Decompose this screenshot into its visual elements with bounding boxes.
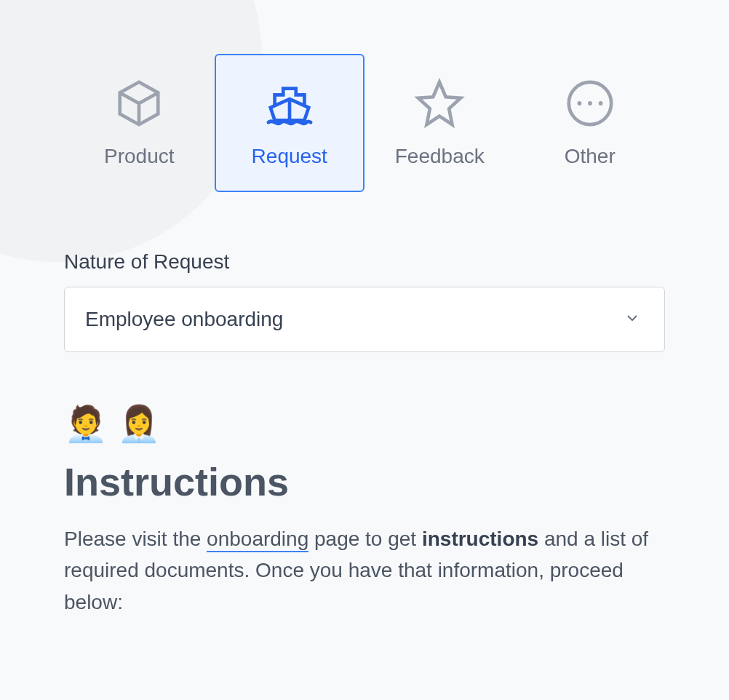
nature-of-request-select[interactable]: Employee onboarding	[64, 287, 665, 352]
instructions-text-prefix: Please visit the	[64, 528, 207, 550]
instructions-text-strong: instructions	[422, 528, 538, 550]
svg-point-3	[598, 101, 602, 106]
tab-product[interactable]: Product	[64, 54, 215, 192]
nature-of-request-section: Nature of Request Employee onboarding	[64, 250, 665, 352]
svg-point-1	[577, 101, 581, 106]
star-icon	[414, 78, 465, 129]
tab-other[interactable]: Other	[515, 54, 666, 192]
instructions-section: 🧑‍💼 👩‍💼 Instructions Please visit the on…	[64, 403, 665, 618]
more-icon	[565, 78, 616, 129]
svg-point-2	[588, 101, 592, 106]
chevron-down-icon	[624, 309, 641, 330]
instructions-heading: Instructions	[64, 459, 665, 504]
category-tabs: Product Request Feedback Ot	[64, 54, 665, 192]
ship-icon	[264, 78, 315, 129]
instructions-emoji: 🧑‍💼 👩‍💼	[64, 403, 665, 445]
cube-icon	[113, 78, 164, 129]
instructions-body: Please visit the onboarding page to get …	[64, 523, 665, 618]
tab-feedback-label: Feedback	[395, 145, 485, 168]
nature-of-request-value: Employee onboarding	[85, 308, 283, 331]
tab-request[interactable]: Request	[215, 54, 365, 192]
instructions-text-mid: page to get	[308, 528, 422, 550]
tab-feedback[interactable]: Feedback	[364, 54, 515, 192]
tab-product-label: Product	[104, 145, 175, 168]
onboarding-link[interactable]: onboarding	[207, 528, 308, 552]
main-content: Product Request Feedback Ot	[0, 0, 729, 618]
tab-request-label: Request	[252, 145, 327, 168]
nature-of-request-label: Nature of Request	[64, 250, 665, 274]
tab-other-label: Other	[565, 145, 616, 168]
